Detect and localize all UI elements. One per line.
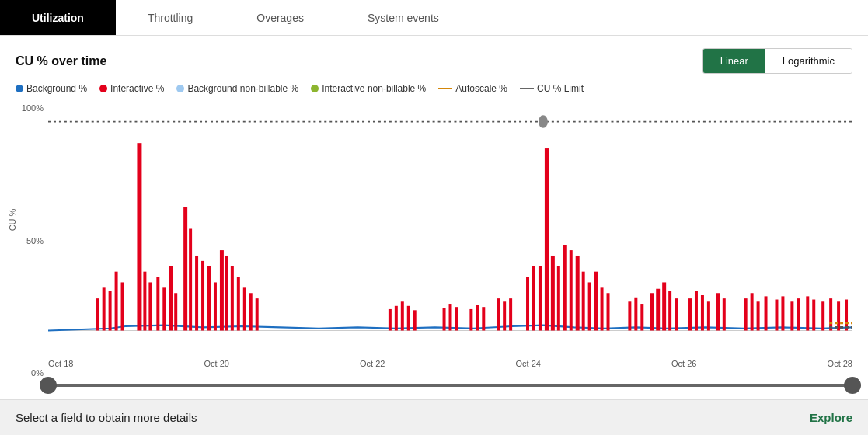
- svg-rect-9: [143, 272, 146, 331]
- svg-rect-18: [201, 261, 204, 331]
- chart-header: CU % over time Linear Logarithmic: [16, 48, 852, 74]
- legend-background-nonbillable: Background non-billable %: [176, 83, 298, 94]
- time-range-slider: [48, 371, 852, 399]
- svg-rect-70: [744, 298, 748, 330]
- svg-rect-72: [757, 301, 760, 330]
- legend-interactive-nonbillable: Interactive non-billable %: [311, 83, 426, 94]
- svg-rect-74: [775, 300, 778, 331]
- svg-rect-55: [607, 293, 610, 330]
- svg-rect-36: [469, 309, 472, 331]
- svg-rect-61: [662, 282, 666, 330]
- slider-thumb-right[interactable]: [844, 377, 861, 394]
- svg-rect-17: [195, 256, 198, 331]
- bottom-bar: Select a field to obtain more details Ex…: [0, 399, 868, 435]
- svg-rect-76: [790, 301, 793, 330]
- svg-rect-39: [497, 298, 500, 330]
- svg-rect-78: [806, 296, 809, 330]
- svg-rect-57: [634, 298, 637, 331]
- svg-rect-22: [225, 256, 228, 331]
- svg-rect-75: [781, 296, 784, 330]
- tab-overages[interactable]: Overages: [225, 0, 336, 35]
- svg-rect-42: [526, 277, 529, 331]
- svg-rect-12: [162, 287, 166, 330]
- background-nonbillable-dot: [176, 85, 184, 92]
- svg-rect-73: [765, 296, 768, 330]
- svg-rect-32: [413, 310, 417, 330]
- svg-rect-4: [103, 287, 106, 330]
- svg-rect-48: [563, 245, 567, 330]
- chart-legend: Background % Interactive % Background no…: [16, 83, 852, 94]
- svg-rect-69: [723, 298, 726, 330]
- svg-rect-81: [829, 298, 832, 330]
- legend-interactive-label: Interactive %: [110, 83, 164, 94]
- app-container: Utilization Throttling Overages System e…: [0, 0, 868, 435]
- svg-rect-58: [640, 304, 643, 330]
- svg-rect-71: [751, 293, 754, 330]
- svg-rect-63: [675, 298, 678, 330]
- svg-rect-3: [96, 298, 99, 330]
- svg-rect-60: [656, 289, 660, 331]
- y-label-100: 100%: [16, 103, 48, 113]
- svg-rect-67: [707, 301, 710, 330]
- svg-rect-37: [476, 304, 479, 330]
- svg-rect-46: [551, 256, 555, 331]
- tab-utilization[interactable]: Utilization: [0, 0, 116, 35]
- linear-button[interactable]: Linear: [703, 49, 765, 73]
- svg-rect-28: [389, 309, 392, 331]
- svg-rect-62: [668, 291, 671, 330]
- svg-rect-38: [482, 307, 485, 330]
- svg-rect-29: [395, 306, 398, 331]
- svg-rect-77: [797, 298, 800, 330]
- interactive-nonbillable-dot: [311, 85, 319, 92]
- tab-throttling[interactable]: Throttling: [116, 0, 225, 35]
- cu-limit-line: [520, 88, 534, 89]
- svg-rect-6: [115, 272, 118, 331]
- tab-bar: Utilization Throttling Overages System e…: [0, 0, 868, 36]
- svg-rect-26: [249, 293, 253, 330]
- svg-rect-23: [231, 266, 234, 331]
- x-label-oct26: Oct 26: [671, 359, 696, 368]
- svg-rect-56: [628, 301, 631, 330]
- svg-rect-41: [509, 298, 512, 330]
- slider-thumb-left[interactable]: [40, 377, 57, 394]
- legend-background-nonbillable-label: Background non-billable %: [187, 83, 298, 94]
- chart-inner: Oct 18 Oct 20 Oct 22 Oct 24 Oct 26 Oct 2…: [48, 100, 852, 399]
- svg-rect-27: [256, 298, 259, 330]
- slider-track: [48, 384, 852, 387]
- svg-rect-59: [650, 293, 654, 330]
- tab-system-events[interactable]: System events: [336, 0, 471, 35]
- svg-rect-30: [401, 301, 404, 330]
- svg-rect-16: [189, 229, 192, 331]
- svg-rect-5: [109, 291, 112, 330]
- svg-rect-47: [557, 266, 560, 331]
- svg-rect-15: [183, 207, 187, 331]
- y-label-50: 50%: [16, 236, 48, 245]
- interactive-dot: [99, 85, 107, 92]
- background-dot: [16, 85, 23, 92]
- svg-rect-21: [220, 250, 224, 330]
- legend-background-label: Background %: [26, 83, 87, 94]
- svg-rect-43: [532, 266, 535, 331]
- legend-cu-limit-label: CU % Limit: [537, 83, 584, 94]
- chart-title: CU % over time: [16, 54, 106, 68]
- logarithmic-button[interactable]: Logarithmic: [765, 49, 852, 73]
- legend-autoscale: Autoscale %: [438, 83, 507, 94]
- chart-area: CU % 100% 50% 0%: [16, 100, 852, 399]
- svg-rect-79: [812, 300, 815, 331]
- explore-button[interactable]: Explore: [810, 411, 852, 424]
- svg-rect-8: [137, 143, 141, 330]
- svg-rect-54: [601, 287, 604, 330]
- svg-rect-13: [169, 266, 173, 331]
- svg-rect-45: [545, 148, 549, 330]
- chart-svg: [48, 100, 852, 357]
- svg-point-1: [539, 115, 548, 128]
- legend-interactive-nonbillable-label: Interactive non-billable %: [322, 83, 426, 94]
- bottom-text: Select a field to obtain more details: [16, 411, 197, 424]
- legend-interactive: Interactive %: [99, 83, 164, 94]
- svg-rect-51: [582, 272, 585, 331]
- x-label-oct20: Oct 20: [204, 359, 229, 368]
- svg-rect-34: [449, 304, 452, 330]
- svg-rect-68: [716, 293, 720, 330]
- svg-rect-14: [174, 293, 177, 330]
- svg-rect-64: [688, 298, 692, 330]
